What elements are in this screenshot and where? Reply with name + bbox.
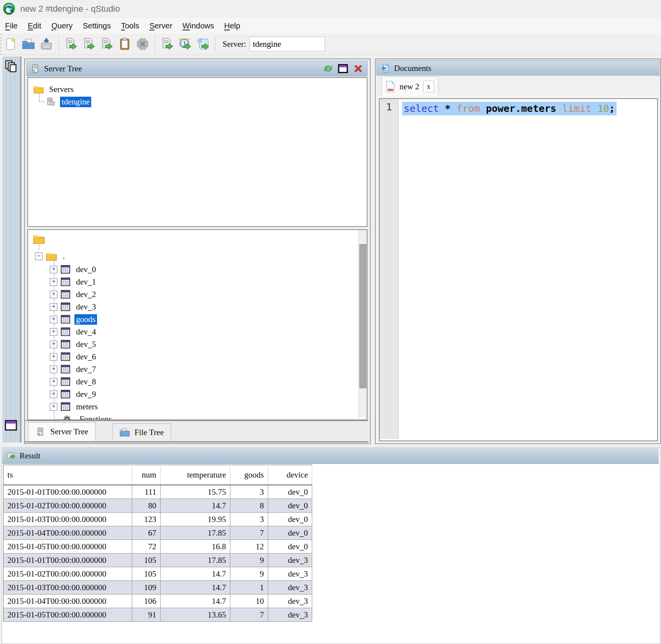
- tree-node-dev_1[interactable]: +dev_1: [50, 276, 97, 288]
- close-tab-button[interactable]: x: [423, 81, 434, 92]
- code-token-keyword2: from: [456, 103, 480, 114]
- tab-server-tree[interactable]: Server Tree: [28, 422, 95, 441]
- execute-line-button[interactable]: [81, 36, 97, 52]
- result-icon: [6, 451, 16, 460]
- cell-num: 105: [132, 554, 161, 567]
- expand-expander[interactable]: +: [50, 278, 57, 286]
- tree-node-dev_3[interactable]: +dev_3: [50, 301, 97, 313]
- table-row[interactable]: 2015-01-02T00:00:00.0000008014.78dev_0: [4, 499, 312, 513]
- tree-node-meters[interactable]: +meters: [50, 401, 99, 412]
- menu-item-tools[interactable]: Tools: [116, 20, 144, 32]
- table-row[interactable]: 2015-01-05T00:00:00.0000009113.657dev_3: [4, 608, 312, 622]
- table-row[interactable]: 2015-01-04T00:00:00.00000010614.710dev_3: [4, 594, 312, 608]
- table-label: dev_9: [74, 389, 97, 400]
- column-header-temperature[interactable]: temperature: [161, 465, 230, 485]
- expand-expander[interactable]: +: [50, 366, 57, 373]
- document-tab-new2[interactable]: new 2 x: [381, 76, 438, 96]
- table-row[interactable]: 2015-01-05T00:00:00.0000007216.812dev_0: [4, 540, 312, 554]
- cell-temperature: 13.65: [161, 608, 230, 622]
- menu-item-help[interactable]: Help: [219, 20, 245, 32]
- tree-node-dev_8[interactable]: +dev_8: [50, 376, 97, 387]
- document-tab-label: new 2: [399, 82, 419, 92]
- menu-item-file[interactable]: File: [0, 20, 23, 32]
- execute-all-button[interactable]: [63, 36, 79, 52]
- server-combo[interactable]: [249, 37, 325, 51]
- table-row[interactable]: 2015-01-03T00:00:00.00000010914.71dev_3: [4, 581, 312, 594]
- tree-root-folder[interactable]: [33, 233, 49, 245]
- window-title: new 2 #tdengine - qStudio: [20, 4, 120, 14]
- table-label: meters: [74, 402, 99, 412]
- table-row[interactable]: 2015-01-02T00:00:00.00000010514.79dev_3: [4, 567, 312, 581]
- tree-node-dev_7[interactable]: +dev_7: [50, 363, 97, 375]
- expand-expander[interactable]: +: [50, 341, 57, 348]
- cell-num: 67: [132, 526, 161, 540]
- minimized-window-icon[interactable]: [4, 418, 18, 432]
- documents-panel: Documents new 2 x 1 select * from power.…: [375, 58, 661, 444]
- tree-node-dev_4[interactable]: +dev_4: [50, 326, 97, 338]
- tab-file-tree[interactable]: File Tree: [112, 423, 171, 441]
- open-file-button[interactable]: [21, 36, 36, 52]
- expand-expander[interactable]: +: [50, 291, 57, 298]
- expand-expander[interactable]: +: [50, 353, 57, 361]
- table-row[interactable]: 2015-01-01T00:00:00.00000011115.753dev_0: [4, 485, 312, 499]
- column-header-goods[interactable]: goods: [230, 465, 268, 485]
- tree-node-dot-folder[interactable]: −.: [35, 250, 66, 262]
- server-node-label: tdengine: [60, 97, 91, 107]
- menu-item-query[interactable]: Query: [46, 20, 78, 32]
- server-tree-header: Server Tree: [27, 61, 368, 76]
- expand-expander[interactable]: +: [50, 328, 57, 336]
- refresh-button[interactable]: [323, 63, 334, 74]
- sql-editor[interactable]: 1 select * from power.meters limit 10;: [379, 98, 658, 441]
- cell-ts: 2015-01-05T00:00:00.000000: [4, 540, 132, 554]
- new-document-button[interactable]: [3, 36, 18, 52]
- maximize-panel-button[interactable]: [338, 63, 348, 74]
- tree-node-dev_2[interactable]: +dev_2: [50, 288, 97, 300]
- database-tree-scrollbar[interactable]: [358, 230, 367, 418]
- schedule-query-button[interactable]: [177, 36, 193, 52]
- expand-expander[interactable]: +: [50, 303, 57, 311]
- menu-item-settings[interactable]: Settings: [78, 20, 116, 32]
- tree-node-dev_6[interactable]: +dev_6: [50, 351, 97, 363]
- tab-label: Server Tree: [50, 427, 88, 437]
- collapse-expander[interactable]: −: [35, 253, 42, 260]
- execute-selection-button[interactable]: [99, 36, 115, 52]
- tree-node-dev_9[interactable]: +dev_9: [50, 388, 97, 400]
- expand-expander[interactable]: +: [50, 266, 57, 273]
- menu-item-windows[interactable]: Windows: [177, 20, 219, 32]
- expand-expander[interactable]: +: [50, 378, 57, 386]
- close-panel-button[interactable]: [352, 63, 363, 74]
- tree-node-functions[interactable]: Functions: [63, 413, 113, 420]
- stop-button[interactable]: [135, 36, 150, 52]
- execute-server-button[interactable]: [159, 36, 175, 52]
- scrollbar-thumb[interactable]: [359, 244, 366, 388]
- expand-expander[interactable]: +: [50, 316, 57, 323]
- cell-temperature: 15.75: [161, 485, 230, 499]
- tree-node-tdengine[interactable]: tdengine: [46, 96, 91, 108]
- code-line[interactable]: select * from power.meters limit 10;: [402, 101, 617, 116]
- restore-windows-icon[interactable]: [4, 60, 18, 73]
- expand-expander[interactable]: +: [50, 403, 57, 410]
- expand-expander[interactable]: +: [50, 391, 57, 398]
- table-row[interactable]: 2015-01-04T00:00:00.0000006717.857dev_0: [4, 526, 312, 540]
- cell-num: 105: [132, 567, 161, 581]
- menu-item-server[interactable]: Server: [144, 20, 177, 32]
- tree-node-dev_5[interactable]: +dev_5: [50, 338, 97, 350]
- column-header-device[interactable]: device: [268, 465, 312, 485]
- save-button[interactable]: [39, 36, 54, 52]
- tree-node-dev_0[interactable]: +dev_0: [50, 264, 97, 275]
- tree-node-servers[interactable]: Servers: [34, 83, 75, 95]
- cell-device: dev_0: [268, 499, 312, 513]
- run-script-button[interactable]: [195, 36, 211, 52]
- menu-item-edit[interactable]: Edit: [23, 20, 46, 32]
- table-row[interactable]: 2015-01-03T00:00:00.00000012319.953dev_0: [4, 513, 312, 526]
- servers-root-label: Servers: [48, 84, 75, 95]
- column-header-num[interactable]: num: [132, 465, 161, 485]
- table-row[interactable]: 2015-01-01T00:00:00.00000010517.859dev_3: [4, 554, 312, 567]
- cell-goods: 9: [230, 567, 268, 581]
- clipboard-button[interactable]: [117, 36, 133, 52]
- cell-device: dev_0: [268, 526, 312, 540]
- cell-num: 80: [132, 499, 161, 513]
- tree-node-goods[interactable]: +goods: [50, 313, 97, 325]
- column-header-ts[interactable]: ts: [4, 465, 132, 485]
- tree-tab-bar: Server TreeFile Tree: [25, 420, 368, 442]
